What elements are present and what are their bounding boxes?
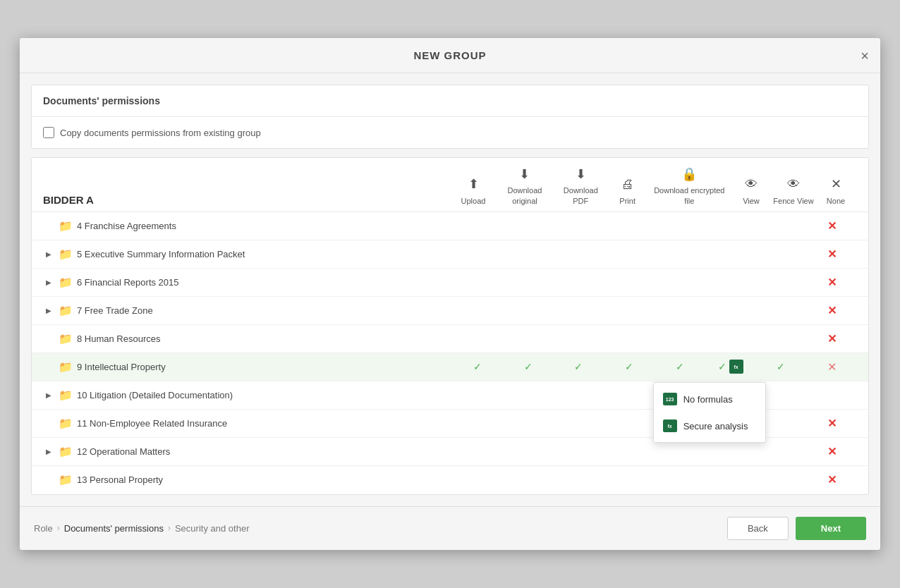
documents-permissions-title: Documents' permissions	[32, 85, 868, 117]
file-row-left: ▶ 📁 6 Financial Reports 2015	[43, 276, 452, 289]
file-row-left: 📁 11 Non-Employee Related Insurance	[43, 417, 452, 430]
perm-cell-none[interactable]: ✕	[810, 304, 853, 317]
folder-icon: 📁	[59, 473, 73, 486]
file-row-left: ▶ 📁 10 Litigation (Detailed Documentatio…	[43, 388, 452, 402]
folder-icon: 📁	[59, 332, 73, 345]
perm-cells: ✕	[452, 304, 857, 317]
x-icon: ✕	[827, 276, 837, 289]
perm-cell-none[interactable]: ✕	[810, 247, 853, 261]
secure-analysis-label: Secure analysis	[683, 421, 748, 431]
file-name: 10 Litigation (Detailed Documentation)	[77, 390, 233, 400]
file-name: 5 Executive Summary Information Packet	[77, 249, 245, 259]
formula-dropdown-trigger[interactable]: ✓ fx	[718, 360, 743, 374]
print-icon: 🖨	[621, 176, 634, 192]
modal-title: NEW GROUP	[413, 49, 486, 61]
permissions-card: BIDDER A ⬆ Upload ⬇ Download original ⬇	[31, 157, 869, 495]
download-original-icon: ⬇	[519, 166, 530, 183]
file-row-left: ▶ 📁 5 Executive Summary Information Pack…	[43, 247, 452, 261]
perm-cell-none[interactable]: ✕	[810, 219, 853, 233]
permissions-header-row: BIDDER A ⬆ Upload ⬇ Download original ⬇	[32, 158, 868, 212]
fence-view-icon: 👁	[787, 176, 800, 192]
perm-cells: ✕	[452, 276, 857, 289]
check-icon: ✓	[473, 361, 482, 372]
x-icon: ✕	[827, 473, 837, 486]
col-view: 👁 View	[730, 176, 772, 206]
folder-icon: 📁	[59, 219, 73, 233]
perm-cell-fence[interactable]: ✓	[760, 361, 802, 372]
file-row-left: 📁 4 Franchise Agreements	[43, 219, 452, 233]
table-row: 📁 13 Personal Property ✕	[32, 466, 868, 494]
folder-icon: 📁	[59, 445, 73, 458]
col-none: ✕ None	[815, 176, 857, 206]
dropdown-item-no-formulas[interactable]: 123 No formulas	[654, 386, 765, 412]
formula-dropdown: 123 No formulas fx	[653, 382, 766, 443]
modal-overlay: NEW GROUP × Documents' permissions Copy …	[0, 0, 900, 588]
modal-header: NEW GROUP ×	[20, 38, 880, 73]
table-row: ▶ 📁 7 Free Trade Zone ✕	[32, 297, 868, 325]
check-icon: ✓	[574, 361, 583, 372]
expand-button[interactable]: ▶	[43, 389, 54, 400]
perm-cell-dl-orig[interactable]: ✓	[507, 361, 549, 372]
breadcrumb-role: Role	[34, 523, 53, 534]
perm-cell-none[interactable]: ✕	[810, 360, 853, 374]
perm-cell-view[interactable]: ✓ fx 123	[710, 360, 752, 374]
back-button[interactable]: Back	[727, 517, 789, 540]
x-icon: ✕	[827, 445, 837, 458]
check-icon: ✓	[777, 361, 785, 372]
table-row: ▶ 📁 6 Financial Reports 2015 ✕	[32, 269, 868, 297]
perm-cell-none[interactable]: ✕	[810, 276, 853, 289]
file-row-left: ▶ 📁 12 Operational Matters	[43, 445, 452, 458]
file-row-left: 📁 8 Human Resources	[43, 332, 452, 345]
expand-button[interactable]: ▶	[43, 248, 54, 259]
check-icon: ✓	[718, 361, 726, 372]
footer-buttons: Back Next	[727, 517, 866, 540]
close-button[interactable]: ×	[861, 49, 869, 63]
col-print: 🖨 Print	[607, 176, 649, 206]
breadcrumb-security: Security and other	[175, 523, 250, 534]
table-row: 📁 8 Human Resources ✕	[32, 325, 868, 353]
perm-cell-none[interactable]: ✕	[810, 332, 853, 345]
expand-button[interactable]: ▶	[43, 276, 54, 288]
perm-cell-print[interactable]: ✓	[608, 361, 650, 372]
file-name: 7 Free Trade Zone	[77, 305, 153, 316]
next-button[interactable]: Next	[796, 517, 866, 540]
perm-cell-none[interactable]: ✕	[810, 473, 853, 486]
col-download-original: ⬇ Download original	[494, 166, 555, 206]
table-row: ▶ 📁 5 Executive Summary Information Pack…	[32, 240, 868, 269]
folder-icon: 📁	[59, 276, 73, 289]
copy-checkbox[interactable]	[43, 127, 54, 138]
file-row-left: ▶ 📁 7 Free Trade Zone	[43, 304, 452, 317]
perm-cells: ✕	[452, 473, 857, 486]
file-name: 4 Franchise Agreements	[77, 221, 176, 231]
perm-cell-upload[interactable]: ✓	[456, 361, 499, 372]
perm-cell-none[interactable]: ✕	[810, 417, 853, 430]
x-icon: ✕	[827, 360, 837, 374]
view-icon: 👁	[745, 176, 758, 192]
no-formulas-label: No formulas	[683, 394, 733, 405]
expand-button[interactable]: ▶	[43, 446, 54, 457]
no-formulas-icon: 123	[662, 391, 678, 407]
modal-footer: Role › Documents' permissions › Security…	[20, 506, 880, 550]
col-download-encrypted: 🔒 Download encrypted file	[649, 166, 730, 206]
file-name: 11 Non-Employee Related Insurance	[77, 418, 227, 429]
x-icon: ✕	[827, 247, 837, 261]
excel-icon: fx	[729, 360, 743, 374]
col-upload: ⬆ Upload	[452, 176, 494, 206]
download-pdf-icon: ⬇	[576, 166, 586, 183]
file-name: 9 Intellectual Property	[77, 362, 166, 372]
breadcrumb-documents: Documents' permissions	[64, 523, 164, 534]
none-icon: ✕	[831, 176, 841, 192]
file-row-left: 📁 13 Personal Property	[43, 473, 452, 486]
table-row: 📁 4 Franchise Agreements ✕	[32, 212, 868, 240]
perm-cell-none[interactable]: ✕	[810, 445, 853, 458]
copy-permissions-row: Copy documents permissions from existing…	[32, 117, 868, 148]
perm-cell-dl-pdf[interactable]: ✓	[557, 361, 600, 372]
check-icon: ✓	[625, 361, 633, 372]
folder-icon: 📁	[59, 388, 73, 402]
x-icon: ✕	[827, 219, 837, 233]
perm-cells: ✕	[452, 219, 857, 233]
dropdown-item-secure-analysis[interactable]: fx Secure analysis	[654, 412, 765, 439]
encrypted-icon: 🔒	[681, 166, 697, 183]
perm-cell-dl-enc[interactable]: ✓	[659, 361, 701, 372]
expand-button[interactable]: ▶	[43, 305, 54, 316]
